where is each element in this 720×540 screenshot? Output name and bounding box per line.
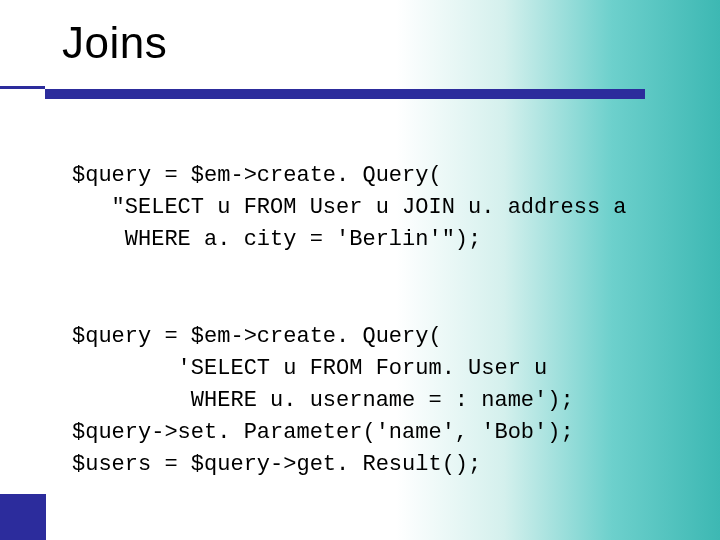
code-block-2: $query = $em->create. Query( 'SELECT u F… bbox=[72, 290, 672, 481]
code-line: WHERE a. city = 'Berlin'"); bbox=[72, 227, 481, 252]
code-line: 'SELECT u FROM Forum. User u bbox=[72, 356, 547, 381]
code-line: $query->set. Parameter('name', 'Bob'); bbox=[72, 420, 574, 445]
code-line: WHERE u. username = : name'); bbox=[72, 388, 574, 413]
title-block: Joins bbox=[0, 18, 720, 78]
rule-segment-main bbox=[45, 89, 645, 99]
slide: Joins $query = $em->create. Query( "SELE… bbox=[0, 0, 720, 540]
rule-segment-short bbox=[0, 86, 45, 89]
code-line: $query = $em->create. Query( bbox=[72, 324, 442, 349]
corner-accent bbox=[0, 494, 46, 540]
code-line: $users = $query->get. Result(); bbox=[72, 452, 481, 477]
content-area: $query = $em->create. Query( "SELECT u F… bbox=[0, 98, 720, 481]
code-block-1: $query = $em->create. Query( "SELECT u F… bbox=[72, 128, 672, 256]
code-line: "SELECT u FROM User u JOIN u. address a bbox=[72, 195, 627, 220]
slide-title: Joins bbox=[62, 18, 720, 68]
code-line: $query = $em->create. Query( bbox=[72, 163, 442, 188]
title-rule bbox=[0, 86, 720, 98]
